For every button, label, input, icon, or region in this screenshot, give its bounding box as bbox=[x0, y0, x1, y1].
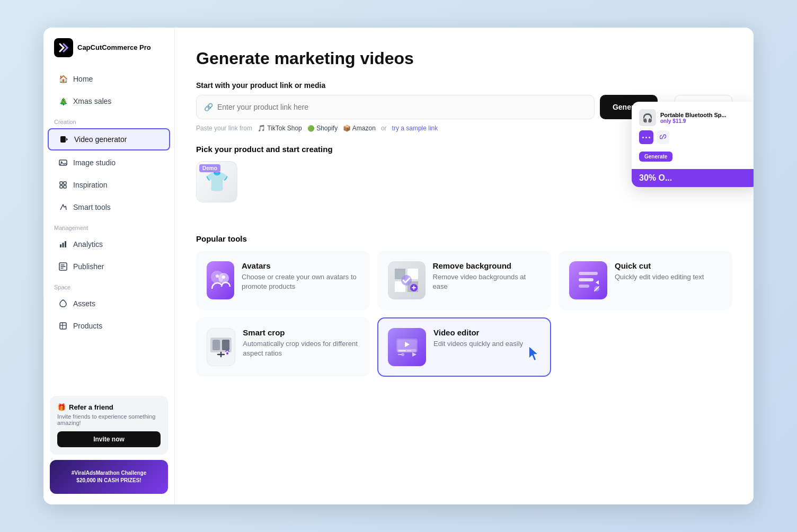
remove-bg-icon bbox=[388, 261, 426, 299]
tiktok-icon: 🎵 bbox=[258, 125, 265, 132]
video-editor-info: Video editor Edit videos quickly and eas… bbox=[433, 328, 523, 349]
remove-bg-info: Remove background Remove video backgroun… bbox=[433, 261, 541, 291]
or-text: or bbox=[663, 103, 669, 111]
generate-button[interactable]: Generate bbox=[600, 95, 658, 119]
svg-rect-0 bbox=[60, 136, 66, 143]
svg-rect-8 bbox=[60, 244, 61, 247]
tool-card-smart-crop[interactable]: Smart crop Automatically crop videos for… bbox=[196, 317, 370, 377]
avatars-info: Avatars Choose or create your own avatar… bbox=[242, 261, 359, 291]
add-media-button[interactable]: Add media bbox=[675, 95, 732, 119]
app-container: CapCutCommerce Pro 🏠 Home 🎄 Xmas sales C… bbox=[43, 28, 754, 504]
svg-rect-34 bbox=[398, 350, 406, 351]
publisher-icon bbox=[58, 262, 68, 271]
tool-card-video-editor[interactable]: Video editor Edit videos quickly and eas… bbox=[377, 317, 551, 377]
link-icon: 🔗 bbox=[204, 103, 213, 111]
sidebar-item-video-generator[interactable]: Video generator bbox=[48, 128, 170, 150]
svg-rect-35 bbox=[407, 350, 411, 351]
amazon-icon: 📦 bbox=[343, 125, 351, 132]
sample-link[interactable]: try a sample link bbox=[392, 125, 438, 132]
sidebar: CapCutCommerce Pro 🏠 Home 🎄 Xmas sales C… bbox=[43, 28, 175, 504]
refer-description: Invite friends to experience something a… bbox=[57, 413, 161, 426]
image-studio-icon bbox=[58, 158, 68, 167]
svg-rect-24 bbox=[579, 278, 594, 281]
cursor-arrow bbox=[527, 345, 542, 365]
svg-point-16 bbox=[216, 274, 219, 278]
svg-marker-1 bbox=[66, 138, 68, 141]
svg-rect-12 bbox=[60, 323, 66, 329]
tools-section-title: Popular tools bbox=[196, 234, 732, 243]
logo-icon bbox=[54, 38, 73, 57]
home-icon: 🏠 bbox=[58, 74, 68, 84]
sidebar-item-products[interactable]: Products bbox=[48, 316, 170, 336]
sidebar-item-assets[interactable]: Assets bbox=[48, 294, 170, 314]
product-section-title: Pick your product and start creating bbox=[196, 145, 732, 154]
dot2 bbox=[645, 137, 647, 138]
demo-badge: Demo bbox=[199, 164, 220, 172]
sidebar-item-smart-tools[interactable]: Smart tools bbox=[48, 197, 170, 217]
tree-icon: 🎄 bbox=[58, 96, 68, 106]
url-input-wrapper: 🔗 bbox=[196, 95, 595, 119]
products-icon bbox=[58, 321, 68, 331]
svg-rect-7 bbox=[64, 185, 66, 188]
management-section-label: Management bbox=[43, 218, 174, 233]
svg-marker-38 bbox=[412, 352, 417, 357]
analytics-icon bbox=[58, 240, 68, 249]
quick-cut-info: Quick cut Quickly edit video editing tex… bbox=[615, 261, 704, 282]
dot1 bbox=[642, 137, 644, 138]
url-input[interactable] bbox=[217, 103, 587, 111]
tool-card-avatars[interactable]: Avatars Choose or create your own avatar… bbox=[196, 251, 370, 310]
promo-text: #ViralAdsMarathon Challenge $20,000 IN C… bbox=[72, 469, 147, 484]
invite-button[interactable]: Invite now bbox=[57, 431, 161, 447]
inspiration-icon bbox=[58, 180, 68, 190]
sidebar-item-xmas-sales[interactable]: 🎄 Xmas sales bbox=[48, 91, 170, 111]
dot3 bbox=[649, 137, 650, 138]
svg-rect-23 bbox=[579, 272, 598, 275]
smart-crop-icon bbox=[207, 328, 235, 366]
refer-card: 🎁 Refer a friend Invite friends to exper… bbox=[50, 396, 168, 455]
svg-rect-6 bbox=[60, 185, 63, 188]
url-input-row: 🔗 Generate or Add media bbox=[196, 95, 732, 119]
amazon-link[interactable]: Amazon bbox=[352, 125, 376, 132]
space-section-label: Space bbox=[43, 278, 174, 292]
sidebar-bottom: 🎁 Refer a friend Invite friends to exper… bbox=[43, 396, 174, 494]
svg-rect-4 bbox=[60, 182, 63, 184]
svg-rect-25 bbox=[579, 285, 589, 288]
product-card[interactable]: 👕 Demo bbox=[196, 161, 237, 202]
sidebar-item-publisher[interactable]: Publisher bbox=[48, 256, 170, 277]
svg-point-30 bbox=[226, 352, 228, 354]
creation-section-label: Creation bbox=[43, 112, 174, 127]
preview-link-icon bbox=[657, 130, 669, 144]
product-card-area: 👕 Demo bbox=[196, 161, 732, 219]
avatars-icon bbox=[207, 261, 234, 299]
preview-controls bbox=[639, 130, 653, 144]
video-generator-icon bbox=[59, 135, 69, 144]
refer-title: 🎁 Refer a friend bbox=[57, 403, 161, 411]
main-content: Generate marketing videos Start with you… bbox=[175, 28, 754, 504]
page-title: Generate marketing videos bbox=[196, 49, 732, 68]
tool-card-quick-cut[interactable]: Quick cut Quickly edit video editing tex… bbox=[559, 251, 732, 310]
svg-point-15 bbox=[222, 276, 225, 279]
svg-rect-28 bbox=[212, 340, 220, 350]
svg-rect-5 bbox=[64, 182, 66, 184]
promo-banner[interactable]: #ViralAdsMarathon Challenge $20,000 IN C… bbox=[50, 460, 168, 494]
shopify-icon: 🟢 bbox=[307, 125, 315, 131]
tiktok-link[interactable]: TikTok Shop bbox=[267, 125, 302, 132]
tools-grid: Avatars Choose or create your own avatar… bbox=[196, 251, 732, 377]
sidebar-item-inspiration[interactable]: Inspiration bbox=[48, 175, 170, 195]
quick-cut-icon bbox=[569, 261, 607, 299]
video-editor-icon bbox=[388, 328, 426, 366]
logo-text: CapCutCommerce Pro bbox=[77, 44, 151, 51]
tool-card-remove-background[interactable]: Remove background Remove video backgroun… bbox=[377, 251, 551, 310]
input-section-label: Start with your product link or media bbox=[196, 81, 732, 90]
link-hint: Paste your link from 🎵 TikTok Shop 🟢 Sho… bbox=[196, 125, 732, 132]
svg-rect-9 bbox=[63, 243, 64, 247]
smart-crop-info: Smart crop Automatically crop videos for… bbox=[243, 328, 359, 358]
sidebar-item-analytics[interactable]: Analytics bbox=[48, 234, 170, 254]
svg-rect-29 bbox=[222, 340, 229, 350]
svg-rect-10 bbox=[65, 241, 66, 247]
gift-icon: 🎁 bbox=[57, 403, 66, 411]
shopify-link[interactable]: Shopify bbox=[316, 125, 338, 132]
assets-icon bbox=[58, 299, 68, 308]
sidebar-item-image-studio[interactable]: Image studio bbox=[48, 153, 170, 173]
sidebar-item-home[interactable]: 🏠 Home bbox=[48, 69, 170, 89]
